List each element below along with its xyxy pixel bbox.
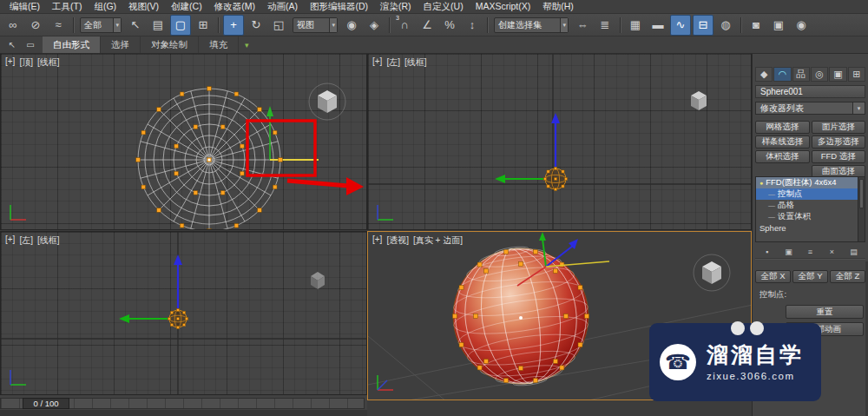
ribbon-tab[interactable]: 自由形式 xyxy=(43,36,101,53)
rendered-frame-window-icon[interactable]: ▣ xyxy=(768,15,789,36)
select-button[interactable]: 网格选择 xyxy=(755,121,810,134)
ribbon-icon-1[interactable]: ▭ xyxy=(22,37,39,53)
menu-item[interactable]: 编辑(E) xyxy=(3,0,46,13)
reference-coordinate-dropdown[interactable]: 视图▾ xyxy=(293,17,338,33)
viewport-menu-plus[interactable]: [+] xyxy=(372,234,382,247)
viewport-menu-shading[interactable]: [线框] xyxy=(404,56,427,69)
viewport-menu-shading[interactable]: [线框] xyxy=(37,234,60,247)
render-setup-icon[interactable]: ◙ xyxy=(746,15,766,36)
stack-tool-icon-2[interactable]: ≡ xyxy=(804,246,817,257)
viewport-menu-plus[interactable]: [+] xyxy=(5,234,15,247)
selection-filter-dropdown[interactable]: 全部▾ xyxy=(80,17,122,33)
angle-snap-icon[interactable]: ∠ xyxy=(417,15,437,36)
bind-to-spacewarp-icon[interactable]: ≈ xyxy=(48,15,69,36)
viewport-left-bottom[interactable]: [+] [左] [线框] xyxy=(0,231,367,395)
stack-tool-icon-1[interactable]: ▣ xyxy=(782,246,795,257)
menu-item[interactable]: 自定义(U) xyxy=(418,0,470,13)
snap-toggle-icon[interactable]: ∩3 xyxy=(394,15,415,36)
axis-button[interactable]: 全部 Y xyxy=(792,270,828,283)
menu-item[interactable]: 动画(A) xyxy=(261,0,304,13)
menu-item[interactable]: MAXScript(X) xyxy=(470,0,537,13)
select-object-icon[interactable]: ↖ xyxy=(125,15,146,36)
menu-item[interactable]: 组(G) xyxy=(88,0,122,13)
select-button[interactable]: 面片选择 xyxy=(812,121,866,134)
ribbon-tab[interactable]: 对象绘制 xyxy=(141,36,199,53)
select-and-manipulate-icon[interactable]: ◈ xyxy=(364,15,385,36)
ribbon-tab[interactable]: 选择 xyxy=(101,36,141,53)
stack-item[interactable]: Sphere xyxy=(756,222,858,234)
axis-button[interactable]: 全部 Z xyxy=(830,270,865,283)
select-and-link-icon[interactable]: ∞ xyxy=(3,15,23,36)
select-button[interactable]: 体积选择 xyxy=(755,150,810,163)
select-and-rotate-icon[interactable]: ↻ xyxy=(246,15,266,36)
panel-tab-hierarchy[interactable]: 品 xyxy=(792,67,810,82)
spinner-snap-icon[interactable]: ↕ xyxy=(462,15,483,36)
dropdown-arrow-icon[interactable]: ▾ xyxy=(560,18,568,32)
layer-manager-icon[interactable]: ▦ xyxy=(625,15,646,36)
viewcube[interactable] xyxy=(307,82,347,122)
panel-tab-motion[interactable]: ◎ xyxy=(811,67,828,82)
select-button[interactable]: 多边形选择 xyxy=(812,135,866,149)
stack-item[interactable]: ●FFD(圆柱体) 4x6x4 xyxy=(756,177,858,188)
stack-tool-icon-3[interactable]: × xyxy=(825,246,838,257)
viewport-top[interactable]: [+] [顶] [线框] xyxy=(0,53,367,230)
rectangular-selection-icon[interactable]: ▢ xyxy=(170,15,191,36)
panel-tab-display[interactable]: ▣ xyxy=(829,67,846,82)
ribbon-tab[interactable]: 填充 xyxy=(199,36,239,53)
viewport-menu-plus[interactable]: [+] xyxy=(5,56,15,69)
stack-tool-icon-4[interactable]: ▤ xyxy=(847,246,860,257)
menu-item[interactable]: 帮助(H) xyxy=(536,0,580,13)
panel-tab-create[interactable]: ◆ xyxy=(755,67,773,82)
unlink-selection-icon[interactable]: ⊘ xyxy=(25,15,46,36)
stack-item[interactable]: —控制点 xyxy=(756,188,858,200)
viewport-menu-shading[interactable]: [线框] xyxy=(37,56,60,69)
named-selection-set-dropdown[interactable]: 创建选择集▾ xyxy=(494,17,569,33)
viewport-menu-plus[interactable]: [+] xyxy=(372,56,382,69)
align-icon[interactable]: ≣ xyxy=(595,15,615,36)
ribbon-toggle-icon[interactable]: ▬ xyxy=(648,15,668,36)
stack-item[interactable]: —晶格 xyxy=(756,200,858,211)
select-and-move-icon[interactable]: + xyxy=(223,15,244,36)
menu-item[interactable]: 图形编辑器(D) xyxy=(304,0,374,13)
viewport-left-top[interactable]: [+] [左] [线框] xyxy=(367,53,752,230)
select-button[interactable]: FFD 选择 xyxy=(812,150,866,163)
ribbon-collapse-icon[interactable]: ▾ xyxy=(245,41,249,50)
select-by-name-icon[interactable]: ▤ xyxy=(148,15,168,36)
viewport-menu-view[interactable]: [左] xyxy=(386,56,400,69)
stack-tool-icon-0[interactable]: ▪ xyxy=(760,246,773,257)
menu-item[interactable]: 视图(V) xyxy=(122,0,165,13)
panel-tab-modify[interactable]: ◠ xyxy=(773,67,791,82)
menu-item[interactable]: 修改器(M) xyxy=(208,0,261,13)
menu-item[interactable]: 渲染(R) xyxy=(374,0,418,13)
axis-button[interactable]: 全部 X xyxy=(755,270,791,283)
dropdown-arrow-icon[interactable]: ▾ xyxy=(852,102,865,114)
viewcube[interactable] xyxy=(304,267,332,294)
curve-editor-icon[interactable]: ∿ xyxy=(670,15,691,36)
render-production-icon[interactable]: ◉ xyxy=(791,15,812,36)
stack-item[interactable]: —设置体积 xyxy=(756,211,858,222)
viewport-menu-view[interactable]: [透视] xyxy=(386,234,409,247)
material-editor-icon[interactable]: ◍ xyxy=(715,15,736,36)
scrollbar-thumb[interactable] xyxy=(859,179,864,208)
dropdown-arrow-icon[interactable]: ▾ xyxy=(329,18,337,32)
viewcube[interactable] xyxy=(683,85,714,116)
window-crossing-icon[interactable]: ⊞ xyxy=(193,15,214,36)
percent-snap-icon[interactable]: % xyxy=(439,15,460,36)
viewport-menu-view[interactable]: [顶] xyxy=(19,56,33,69)
viewcube[interactable] xyxy=(692,253,732,293)
schematic-view-icon[interactable]: ⊟ xyxy=(693,15,713,36)
viewport-menu-view[interactable]: [左] xyxy=(19,234,33,247)
menu-item[interactable]: 工具(T) xyxy=(46,0,88,13)
menu-item[interactable]: 创建(C) xyxy=(165,0,208,13)
object-name-field[interactable]: Sphere001 xyxy=(755,85,865,98)
ribbon-icon-0[interactable]: ↖ xyxy=(3,37,21,53)
mirror-icon[interactable]: ⇔ xyxy=(572,15,593,36)
stack-scrollbar[interactable] xyxy=(858,177,865,241)
modifier-list-dropdown[interactable]: 修改器列表 ▾ xyxy=(755,102,865,115)
time-slider[interactable]: 0 / 100 xyxy=(23,398,69,409)
select-button[interactable]: 样条线选择 xyxy=(755,135,810,149)
reset-button[interactable]: 重置 xyxy=(786,305,864,319)
dropdown-arrow-icon[interactable]: ▾ xyxy=(113,18,121,32)
panel-tab-utilities[interactable]: ⊞ xyxy=(848,67,865,82)
use-pivot-center-icon[interactable]: ◉ xyxy=(341,15,362,36)
